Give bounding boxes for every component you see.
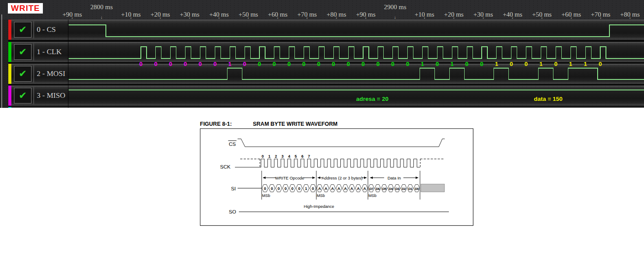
down-arrow-icon: ↓ bbox=[247, 15, 249, 20]
timeline-tick-label: 2800 ms bbox=[90, 3, 112, 11]
down-arrow-icon: ↓ bbox=[365, 15, 367, 20]
msb-label: MSb bbox=[368, 193, 377, 198]
section-title: Data In bbox=[388, 176, 401, 180]
si-bit-cell: 0 bbox=[312, 186, 314, 191]
down-arrow-icon: ↓ bbox=[130, 15, 132, 20]
si-bit-cell: 0 bbox=[298, 186, 300, 191]
sram-write-waveform-figure: CSSCK01234567WRITE OpcodeAddress (2 or 3… bbox=[200, 128, 474, 226]
down-arrow-icon: ↓ bbox=[599, 15, 602, 20]
channel-label: 0 - CS bbox=[37, 20, 56, 40]
section-title: WRITE Opcode bbox=[275, 176, 304, 180]
si-bit-cell: A bbox=[350, 186, 354, 191]
row-divider bbox=[33, 87, 34, 104]
svg-text:CS: CS bbox=[229, 141, 236, 147]
msb-label: MSb bbox=[317, 193, 325, 198]
figure-number: FIGURE 8-1: bbox=[200, 121, 253, 127]
si-bit-cell: 0 bbox=[278, 186, 280, 191]
down-arrow-icon: ↓ bbox=[71, 15, 74, 20]
si-bit-cell: 1 bbox=[305, 186, 307, 191]
channel-enabled-checkbox[interactable]: ✔ bbox=[14, 44, 32, 60]
si-bit-cell: 0 bbox=[291, 186, 294, 191]
channel-label: 2 - MOSI bbox=[37, 64, 65, 84]
down-arrow-icon: ↓ bbox=[511, 15, 514, 20]
channel-row[interactable]: ✔ bbox=[8, 107, 644, 108]
svg-text:0: 0 bbox=[262, 154, 264, 159]
channel-row[interactable]: ✔1 - CLK bbox=[8, 42, 644, 62]
svg-text:4: 4 bbox=[288, 154, 290, 159]
figure-title: SRAM BYTE WRITE WAVEFORM bbox=[253, 121, 338, 127]
check-icon: ✔ bbox=[19, 47, 27, 57]
svg-text:1: 1 bbox=[268, 154, 270, 159]
down-arrow-icon: ↓ bbox=[306, 15, 308, 20]
channel-enabled-checkbox[interactable]: ✔ bbox=[14, 66, 32, 82]
channel-color-strip bbox=[8, 42, 11, 62]
down-arrow-icon: ↓ bbox=[453, 15, 455, 20]
down-arrow-icon: ↓ bbox=[335, 15, 337, 20]
si-bit-cell: D0 bbox=[415, 187, 419, 191]
channel-label: 1 - CLK bbox=[37, 42, 62, 62]
svg-text:2: 2 bbox=[275, 154, 277, 159]
down-arrow-icon: ↓ bbox=[218, 15, 220, 20]
down-arrow-icon: ↓ bbox=[189, 15, 191, 20]
high-impedance-label: High-Impedance bbox=[304, 204, 334, 209]
channel-row[interactable]: ✔0 - CS bbox=[8, 20, 644, 40]
channel-enabled-checkbox[interactable]: ✔ bbox=[14, 22, 32, 38]
svg-text:6: 6 bbox=[301, 154, 304, 159]
check-icon: ✔ bbox=[19, 91, 27, 100]
channel-color-strip bbox=[8, 20, 11, 40]
timeline-header: WRITE +90 ms↓2800 ms↓+10 ms↓+20 ms↓+30 m… bbox=[0, 0, 644, 20]
figure-caption: FIGURE 8-1:SRAM BYTE WRITE WAVEFORM bbox=[200, 121, 338, 127]
check-icon: ✔ bbox=[19, 69, 27, 79]
down-arrow-icon: ↓ bbox=[101, 15, 103, 20]
si-bit-cell: 0 bbox=[284, 186, 287, 191]
down-arrow-icon: ↓ bbox=[570, 15, 572, 20]
section-title: Address (2 or 3 bytes) bbox=[322, 176, 362, 180]
si-bit-cell: 0 bbox=[264, 186, 266, 191]
down-arrow-icon: ↓ bbox=[159, 15, 161, 20]
down-arrow-icon: ↓ bbox=[482, 15, 484, 20]
si-bit-cell: A bbox=[363, 186, 366, 191]
channel-color-strip bbox=[8, 64, 11, 84]
si-bit-cell: A bbox=[357, 186, 360, 191]
channel-label: 3 - MISO bbox=[37, 86, 65, 106]
channel-color-strip bbox=[8, 86, 11, 106]
row-divider bbox=[33, 65, 34, 83]
si-bit-cell: D1 bbox=[408, 187, 413, 191]
si-bit-cell: D7 bbox=[369, 187, 373, 191]
svg-text:5: 5 bbox=[295, 154, 297, 159]
plot-divider bbox=[68, 20, 69, 108]
si-bit-cell: D6 bbox=[376, 187, 380, 191]
down-arrow-icon: ↓ bbox=[629, 15, 631, 20]
timeline-ruler: +90 ms↓2800 ms↓+10 ms↓+20 ms↓+30 ms↓+40 … bbox=[0, 0, 644, 21]
si-bit-cell: 0 bbox=[271, 186, 273, 191]
row-divider bbox=[33, 43, 34, 61]
down-arrow-icon: ↓ bbox=[424, 15, 426, 20]
channel-enabled-checkbox[interactable]: ✔ bbox=[14, 88, 32, 103]
si-bit-cell: A bbox=[318, 186, 321, 191]
msb-label: MSb bbox=[262, 193, 270, 198]
down-arrow-icon: ↓ bbox=[276, 15, 279, 20]
left-rail-line bbox=[1, 14, 2, 108]
svg-text:3: 3 bbox=[281, 154, 284, 159]
svg-text:SCK: SCK bbox=[220, 164, 231, 169]
si-bit-cell: A bbox=[331, 186, 334, 191]
channel-row[interactable]: ✔2 - MOSI bbox=[8, 64, 644, 84]
si-bit-cell: D4 bbox=[389, 187, 393, 191]
svg-text:SI: SI bbox=[231, 186, 236, 191]
down-arrow-icon: ↓ bbox=[394, 15, 396, 20]
svg-text:7: 7 bbox=[308, 154, 310, 159]
si-bit-cell: A bbox=[325, 186, 328, 191]
si-bit-cell: D3 bbox=[396, 187, 400, 191]
si-bit-cell: D2 bbox=[402, 187, 406, 191]
channel-row[interactable]: ✔3 - MISO bbox=[8, 86, 644, 106]
check-icon: ✔ bbox=[19, 25, 27, 34]
si-bit-cell: A bbox=[344, 186, 347, 191]
timeline-tick-label: 2900 ms bbox=[384, 3, 406, 11]
down-arrow-icon: ↓ bbox=[541, 15, 543, 20]
si-bit-cell: A bbox=[337, 186, 340, 191]
svg-text:SO: SO bbox=[229, 209, 236, 214]
si-bit-cell: D5 bbox=[382, 187, 387, 191]
channel-color-strip bbox=[8, 107, 11, 108]
logic-analyzer-panel: WRITE +90 ms↓2800 ms↓+10 ms↓+20 ms↓+30 m… bbox=[0, 0, 644, 108]
row-divider bbox=[33, 21, 34, 38]
